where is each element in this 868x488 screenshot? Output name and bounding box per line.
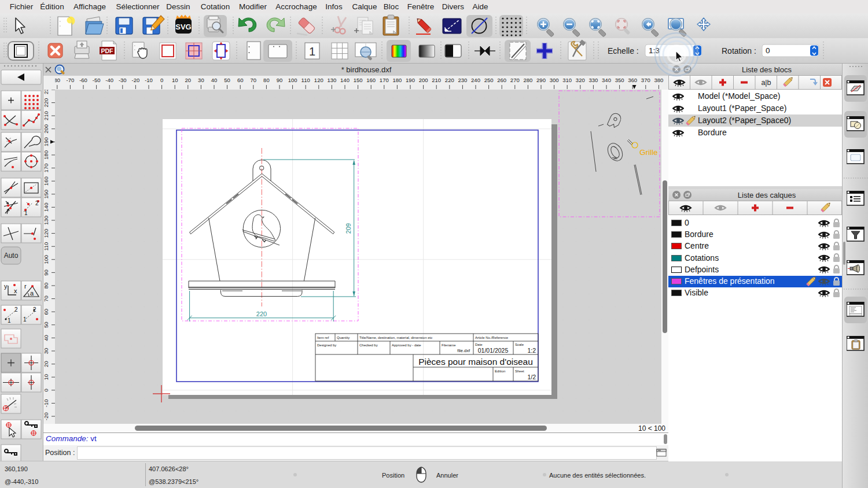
- svg-text:20: 20: [185, 77, 192, 83]
- svg-text:190: 190: [406, 77, 415, 83]
- svg-text:240: 240: [471, 77, 480, 83]
- svg-text:310: 310: [562, 77, 572, 83]
- svg-text:180: 180: [392, 77, 402, 83]
- svg-text:01/01/2025: 01/01/2025: [478, 347, 509, 354]
- svg-text:20: 20: [43, 361, 49, 367]
- svg-text:-10: -10: [43, 400, 49, 408]
- svg-text:Article No./Reference: Article No./Reference: [475, 336, 509, 339]
- svg-text:40: 40: [43, 335, 49, 341]
- svg-text:1: 1: [24, 210, 28, 216]
- svg-text:Quantity: Quantity: [337, 336, 350, 339]
- svg-text:60: 60: [43, 309, 49, 315]
- svg-text:90: 90: [277, 77, 283, 83]
- svg-text:260: 260: [497, 77, 506, 83]
- svg-text:1:2: 1:2: [527, 347, 536, 354]
- svg-text:-50: -50: [93, 77, 101, 83]
- svg-text:200: 200: [419, 77, 428, 83]
- svg-text:170: 170: [380, 77, 389, 83]
- svg-text:2: 2: [14, 306, 18, 313]
- svg-text:80: 80: [263, 77, 270, 83]
- svg-text:130: 130: [43, 216, 49, 225]
- svg-text:0: 0: [43, 389, 49, 391]
- svg-text:130: 130: [327, 77, 336, 83]
- svg-text:Approved by - date: Approved by - date: [392, 343, 421, 347]
- svg-text:Checked by: Checked by: [359, 343, 378, 347]
- svg-text:40: 40: [211, 77, 218, 83]
- svg-text:250: 250: [484, 77, 494, 83]
- svg-text:-60: -60: [79, 77, 87, 83]
- svg-text:50: 50: [43, 322, 49, 328]
- svg-text:-70: -70: [67, 77, 75, 83]
- svg-text:y: y: [4, 283, 8, 290]
- svg-text:100: 100: [288, 77, 297, 83]
- svg-text:Grille: Grille: [639, 148, 658, 157]
- svg-text:Item ref: Item ref: [317, 336, 329, 339]
- svg-text:160: 160: [43, 176, 49, 186]
- svg-text:-20: -20: [43, 412, 49, 420]
- svg-text:210: 210: [432, 77, 441, 83]
- svg-text:230: 230: [458, 77, 467, 83]
- svg-text:1: 1: [23, 316, 27, 323]
- svg-text:Filename: Filename: [442, 343, 456, 347]
- svg-text:270: 270: [510, 77, 520, 83]
- svg-text:Edition: Edition: [495, 369, 505, 373]
- svg-text:* birdhouse.dxf: * birdhouse.dxf: [341, 65, 392, 74]
- svg-text:120: 120: [314, 77, 323, 83]
- svg-text:320: 320: [576, 77, 585, 83]
- svg-text:280: 280: [523, 77, 532, 83]
- svg-text:70: 70: [251, 77, 257, 83]
- svg-text:Date: Date: [475, 343, 483, 346]
- svg-text:80: 80: [55, 77, 60, 83]
- svg-text:380: 380: [654, 77, 663, 83]
- svg-text:120: 120: [43, 229, 49, 238]
- svg-text:150: 150: [43, 190, 49, 199]
- svg-text:190: 190: [43, 137, 49, 146]
- svg-text:340: 340: [602, 77, 611, 83]
- svg-text:file.dxf: file.dxf: [457, 348, 470, 353]
- svg-text:170: 170: [43, 164, 49, 173]
- svg-text:0: 0: [160, 77, 163, 83]
- svg-text:-20: -20: [132, 77, 140, 83]
- svg-text:230: 230: [43, 90, 49, 94]
- svg-text:140: 140: [43, 202, 49, 212]
- svg-text:Echelle :: Echelle :: [608, 46, 639, 56]
- svg-text:1: 1: [309, 45, 315, 58]
- svg-text:350: 350: [615, 77, 624, 83]
- svg-text:140: 140: [340, 77, 350, 83]
- svg-text:80: 80: [43, 283, 49, 289]
- svg-text:160: 160: [366, 77, 376, 83]
- svg-text:220: 220: [43, 98, 49, 108]
- svg-text:1: 1: [8, 317, 11, 324]
- svg-text:Designed by: Designed by: [317, 343, 336, 347]
- svg-text:110: 110: [43, 242, 49, 251]
- svg-text:-10: -10: [145, 77, 153, 83]
- svg-text:SVG: SVG: [175, 23, 191, 31]
- svg-text:1:3: 1:3: [649, 46, 660, 55]
- svg-text:209: 209: [345, 223, 352, 234]
- svg-text:Rotation :: Rotation :: [722, 46, 756, 56]
- svg-text:2: 2: [33, 306, 36, 313]
- svg-text:10: 10: [172, 77, 178, 83]
- svg-text:Pièces pour maison d'oiseau: Pièces pour maison d'oiseau: [418, 357, 533, 367]
- svg-text:50: 50: [224, 77, 230, 83]
- svg-text:Sheet: Sheet: [515, 369, 524, 373]
- svg-text:30: 30: [43, 348, 49, 354]
- svg-text:a|b: a|b: [761, 79, 771, 87]
- svg-text:220: 220: [256, 310, 267, 317]
- svg-text:360: 360: [628, 77, 637, 83]
- svg-text:200: 200: [43, 124, 49, 134]
- svg-text:110: 110: [301, 77, 310, 83]
- svg-text:220: 220: [445, 77, 454, 83]
- svg-text:10: 10: [43, 374, 49, 380]
- svg-text:Auto: Auto: [4, 252, 19, 260]
- svg-text:210: 210: [43, 111, 49, 120]
- svg-text:330: 330: [589, 77, 598, 83]
- svg-text:30: 30: [198, 77, 204, 83]
- svg-text:0: 0: [766, 46, 770, 55]
- svg-text:r: r: [24, 283, 27, 290]
- svg-text:70: 70: [43, 295, 49, 302]
- svg-text:Scale: Scale: [515, 343, 524, 346]
- svg-text:1/2: 1/2: [527, 374, 536, 380]
- svg-text:Title/Name, destination, mater: Title/Name, destination, material, dimen…: [359, 336, 432, 339]
- svg-text:370: 370: [641, 77, 650, 83]
